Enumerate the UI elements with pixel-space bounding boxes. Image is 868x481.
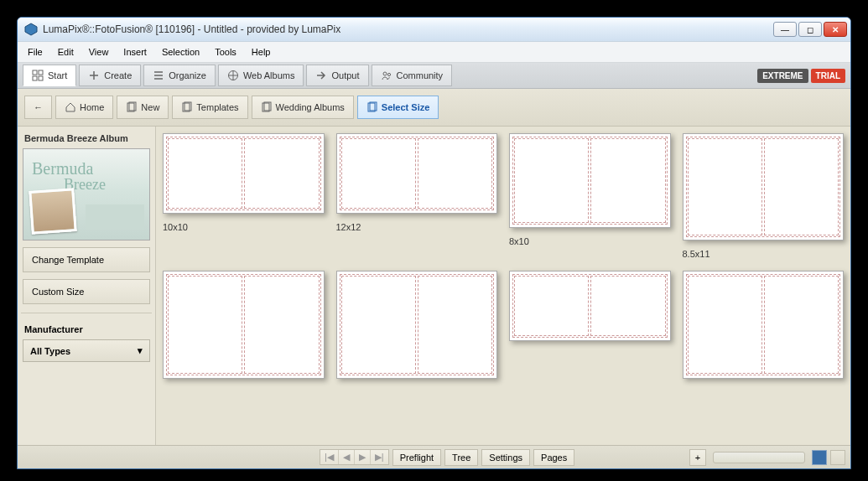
size-item[interactable] [509, 271, 671, 386]
pages-icon [181, 101, 193, 113]
svg-point-6 [383, 72, 387, 75]
status-tab-pages[interactable]: Pages [533, 449, 574, 466]
menu-selection[interactable]: Selection [155, 44, 206, 59]
svg-rect-3 [33, 76, 37, 80]
maximize-button[interactable]: ◻ [798, 22, 822, 37]
size-preview [683, 133, 845, 240]
tab-label: Community [397, 70, 444, 80]
crumb-label: Wedding Albums [276, 102, 345, 112]
main-toolbar: Start Create Organize Web Albums Output … [18, 63, 850, 89]
size-label: 12x12 [336, 222, 498, 232]
crumb-label: Templates [196, 102, 238, 112]
minimize-button[interactable]: — [773, 22, 797, 37]
zoom-slider[interactable] [713, 452, 805, 463]
crumb-home[interactable]: Home [55, 96, 113, 119]
home-icon [65, 101, 76, 113]
size-preview [163, 271, 325, 378]
change-template-button[interactable]: Change Template [23, 247, 150, 272]
add-button[interactable]: + [689, 449, 706, 466]
template-thumbnail[interactable]: Bermuda Breeze [23, 148, 150, 240]
status-bar: |◀ ◀ ▶ ▶| Preflight Tree Settings Pages … [18, 445, 850, 468]
expand-button[interactable] [830, 450, 845, 465]
size-label: 8x10 [509, 236, 671, 246]
status-tab-tree[interactable]: Tree [444, 449, 478, 466]
crumb-templates[interactable]: Templates [172, 96, 247, 119]
content-area: Bermuda Breeze Album Bermuda Breeze Chan… [18, 127, 850, 445]
tab-label: Web Albums [243, 70, 295, 80]
window-title: LumaPix®::FotoFusion® [110196] - Untitle… [43, 23, 773, 35]
size-preview [336, 133, 498, 214]
menu-tools[interactable]: Tools [208, 44, 243, 59]
tab-output[interactable]: Output [306, 65, 368, 86]
crumb-select-size[interactable]: Select Size [357, 96, 439, 119]
size-item[interactable]: 8.5x11 [683, 133, 845, 259]
custom-size-button[interactable]: Custom Size [23, 279, 150, 304]
size-item[interactable]: 10x10 [163, 133, 325, 259]
select-value: All Types [30, 346, 70, 356]
nav-last-button[interactable]: ▶| [371, 450, 388, 464]
size-grid-area: 10x10 12x12 8x10 8.5x11 [156, 127, 850, 445]
tab-start[interactable]: Start [23, 65, 76, 86]
size-item[interactable]: 8x10 [509, 133, 671, 259]
size-preview [683, 271, 845, 378]
back-button[interactable]: ← [24, 96, 52, 119]
page-nav: |◀ ◀ ▶ ▶| [320, 449, 389, 465]
app-icon [24, 23, 38, 36]
crumb-label: New [141, 102, 159, 112]
size-item[interactable]: 12x12 [336, 133, 498, 259]
grid-icon [32, 70, 44, 81]
size-item[interactable] [336, 271, 498, 386]
arrow-icon [315, 70, 327, 81]
size-item[interactable] [163, 271, 325, 386]
nav-first-button[interactable]: |◀ [320, 450, 339, 464]
size-grid: 10x10 12x12 8x10 8.5x11 [163, 133, 844, 387]
pages-icon [366, 101, 378, 113]
svg-rect-1 [33, 70, 37, 75]
crumb-new[interactable]: New [117, 96, 169, 119]
status-tab-preflight[interactable]: Preflight [392, 449, 441, 466]
menu-help[interactable]: Help [245, 44, 278, 59]
menu-insert[interactable]: Insert [117, 44, 153, 59]
tab-create[interactable]: Create [79, 65, 141, 86]
crumb-wedding-albums[interactable]: Wedding Albums [252, 96, 354, 119]
tab-label: Organize [169, 70, 206, 80]
menu-file[interactable]: File [21, 44, 49, 59]
tab-web-albums[interactable]: Web Albums [218, 65, 304, 86]
status-tab-settings[interactable]: Settings [481, 449, 530, 466]
breadcrumb-bar: ← Home New Templates Wedding Albums Sele… [18, 89, 850, 127]
tab-community[interactable]: Community [372, 65, 453, 86]
svg-rect-2 [39, 70, 43, 75]
svg-point-7 [387, 73, 390, 75]
app-window: LumaPix®::FotoFusion® [110196] - Untitle… [17, 17, 851, 469]
menu-view[interactable]: View [82, 44, 116, 59]
nav-next-button[interactable]: ▶ [355, 450, 371, 464]
titlebar: LumaPix®::FotoFusion® [110196] - Untitle… [18, 18, 850, 42]
size-label: 10x10 [163, 222, 325, 232]
size-label: 8.5x11 [683, 249, 845, 259]
pages-icon [261, 101, 273, 113]
chevron-down-icon: ▾ [138, 345, 143, 356]
size-preview [509, 133, 671, 228]
crumb-label: Home [80, 102, 104, 112]
tab-label: Output [331, 70, 359, 80]
menubar: File Edit View Insert Selection Tools He… [18, 42, 850, 63]
view-mode-button[interactable] [812, 450, 827, 465]
window-controls: — ◻ ✕ [773, 22, 847, 37]
thumb-photo [29, 188, 76, 235]
close-button[interactable]: ✕ [824, 22, 847, 37]
tab-label: Start [48, 70, 67, 80]
list-icon [153, 70, 164, 81]
crumb-label: Select Size [382, 102, 429, 112]
separator [21, 313, 152, 313]
pages-icon [126, 101, 138, 113]
size-preview [509, 271, 671, 341]
size-item[interactable] [683, 271, 845, 386]
manufacturer-select[interactable]: All Types ▾ [23, 339, 150, 362]
tab-label: Create [104, 70, 132, 80]
size-preview [336, 271, 498, 378]
extreme-badge: EXTREME [757, 69, 808, 83]
tab-organize[interactable]: Organize [143, 65, 216, 86]
trial-badge: TRIAL [811, 69, 845, 83]
nav-prev-button[interactable]: ◀ [339, 450, 355, 464]
menu-edit[interactable]: Edit [51, 44, 81, 59]
